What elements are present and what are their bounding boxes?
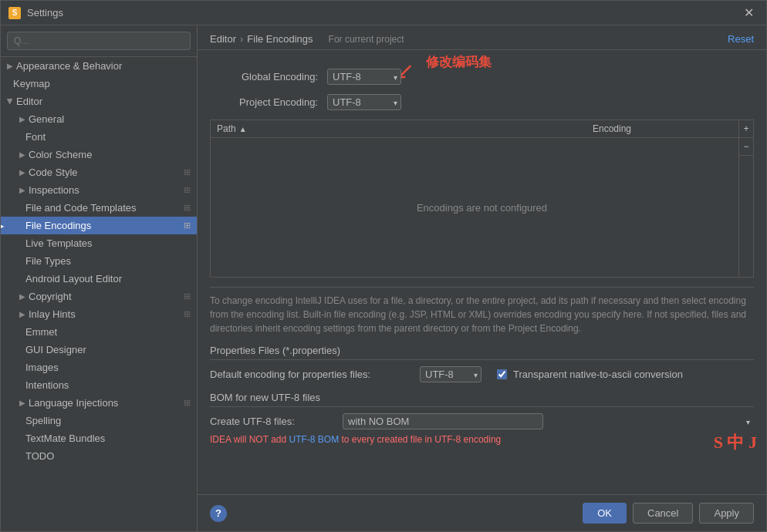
sidebar-item-images[interactable]: Images xyxy=(1,359,197,376)
breadcrumb: Editor › File Encodings For current proj… xyxy=(210,33,404,45)
arrow-editor-icon: ▶ xyxy=(6,99,15,105)
sidebar-item-editor[interactable]: ▶ Editor xyxy=(1,93,197,110)
arrow-color-icon: ▶ xyxy=(19,150,25,159)
sidebar-item-color-scheme[interactable]: ▶ Color Scheme xyxy=(1,146,197,163)
global-encoding-dropdown-wrapper: UTF-8 UTF-16 ISO-8859-1 GBK xyxy=(327,69,401,85)
bom-create-select[interactable]: with NO BOM with BOM with BOM (only for … xyxy=(343,413,543,429)
bom-title: BOM for new UTF-8 files xyxy=(210,392,754,407)
sidebar-item-file-types[interactable]: File Types xyxy=(1,252,197,270)
sidebar-item-copyright[interactable]: ▶ Copyright ⊞ xyxy=(1,288,197,305)
arrow-inspections-icon: ▶ xyxy=(19,186,25,194)
sidebar-item-android[interactable]: Android Layout Editor xyxy=(1,270,197,288)
arrow-code-icon: ▶ xyxy=(19,168,25,177)
info-text: To change encoding IntelliJ IDEA uses fo… xyxy=(210,287,754,335)
bottom-bar: ? OK Cancel Apply xyxy=(198,494,766,531)
settings-window: S Settings ✕ ▶ Appearance & Behavior Key… xyxy=(0,0,767,532)
project-encoding-dropdown-wrapper: UTF-8 UTF-16 ISO-8859-1 GBK xyxy=(327,94,401,110)
transparent-conversion-row: Transparent native-to-ascii conversion xyxy=(497,369,683,380)
remove-row-button[interactable]: − xyxy=(739,138,753,156)
apply-button[interactable]: Apply xyxy=(699,503,754,524)
cancel-button[interactable]: Cancel xyxy=(633,503,693,524)
table-inner: Path ▲ Encoding Encodings are not config… xyxy=(211,120,753,277)
project-encoding-select[interactable]: UTF-8 UTF-16 ISO-8859-1 GBK xyxy=(327,94,401,110)
project-encoding-row: Project Encoding: UTF-8 UTF-16 ISO-8859-… xyxy=(210,94,754,110)
help-button[interactable]: ? xyxy=(210,505,227,522)
global-encoding-row: Global Encoding: UTF-8 UTF-16 ISO-8859-1… xyxy=(210,69,754,85)
transparent-conversion-label: Transparent native-to-ascii conversion xyxy=(513,369,683,380)
arrow-copyright-icon: ▶ xyxy=(19,292,25,301)
sidebar-item-code-style[interactable]: ▶ Code Style ⊞ xyxy=(1,163,197,181)
arrow-general-icon: ▶ xyxy=(19,115,25,123)
sidebar-item-live-templates[interactable]: Live Templates xyxy=(1,234,197,252)
settings-icon3: ⊞ xyxy=(184,203,191,213)
properties-section: Properties Files (*.properties) Default … xyxy=(210,345,754,382)
encoding-table: Path ▲ Encoding Encodings are not config… xyxy=(210,120,754,278)
main-header: Editor › File Encodings For current proj… xyxy=(198,25,766,50)
arrow-inlay-icon: ▶ xyxy=(19,310,25,318)
transparent-conversion-checkbox[interactable] xyxy=(497,369,507,379)
close-button[interactable]: ✕ xyxy=(739,4,759,22)
sidebar-item-file-encodings[interactable]: ▶ File Encodings ⊞ xyxy=(1,217,197,234)
settings-icon7: ⊞ xyxy=(184,398,191,408)
bom-create-label: Create UTF-8 files: xyxy=(210,416,333,427)
sidebar: ▶ Appearance & Behavior Keymap ▶ Editor … xyxy=(1,25,198,531)
sidebar-item-intentions[interactable]: Intentions xyxy=(1,376,197,394)
sidebar-item-file-code-templates[interactable]: File and Code Templates ⊞ xyxy=(1,199,197,217)
properties-encoding-row: Default encoding for properties files: U… xyxy=(210,366,754,382)
sidebar-item-textmate[interactable]: TextMate Bundles xyxy=(1,429,197,447)
settings-icon: ⊞ xyxy=(184,167,191,177)
properties-encoding-label: Default encoding for properties files: xyxy=(210,369,411,380)
bom-note: IDEA will NOT add UTF-8 BOM to every cre… xyxy=(210,434,754,445)
breadcrumb-current: File Encodings xyxy=(247,33,313,45)
sidebar-item-inspections[interactable]: ▶ Inspections ⊞ xyxy=(1,181,197,199)
sort-icon: ▲ xyxy=(239,125,247,133)
project-encoding-label: Project Encoding: xyxy=(210,96,318,108)
bom-create-row: Create UTF-8 files: with NO BOM with BOM… xyxy=(210,413,754,429)
breadcrumb-separator: › xyxy=(240,33,243,45)
main-body: 修改编码集 ↙ Global Encoding: UTF-8 UTF-16 IS… xyxy=(198,50,766,494)
properties-encoding-select[interactable]: UTF-8 UTF-16 xyxy=(420,366,481,382)
ok-button[interactable]: OK xyxy=(583,503,627,524)
arrow-lang-icon: ▶ xyxy=(19,399,25,407)
search-box xyxy=(1,25,197,57)
col-encoding: Encoding xyxy=(593,123,747,134)
sidebar-item-gui[interactable]: GUI Designer xyxy=(1,341,197,359)
sidebar-item-general[interactable]: ▶ General xyxy=(1,110,197,128)
settings-icon4: ⊞ xyxy=(184,221,191,231)
sidebar-item-font[interactable]: Font xyxy=(1,128,197,146)
properties-encoding-dropdown-wrapper: UTF-8 UTF-16 xyxy=(420,366,481,382)
breadcrumb-parent: Editor xyxy=(210,33,236,45)
window-title: Settings xyxy=(27,7,739,19)
sidebar-item-keymap[interactable]: Keymap xyxy=(1,75,197,93)
sidebar-item-spelling[interactable]: Spelling xyxy=(1,412,197,429)
table-header: Path ▲ Encoding xyxy=(211,120,753,138)
app-icon: S xyxy=(8,7,21,19)
reset-button[interactable]: Reset xyxy=(728,33,754,45)
sidebar-item-language-injections[interactable]: ▶ Language Injections ⊞ xyxy=(1,394,197,412)
sidebar-item-appearance[interactable]: ▶ Appearance & Behavior xyxy=(1,57,197,75)
global-encoding-select[interactable]: UTF-8 UTF-16 ISO-8859-1 GBK xyxy=(327,69,401,85)
sidebar-item-inlay-hints[interactable]: ▶ Inlay Hints ⊞ xyxy=(1,305,197,323)
arrow-icon: ▶ xyxy=(7,62,13,70)
main-panel: Editor › File Encodings For current proj… xyxy=(198,25,766,531)
watermark: S 中 J xyxy=(714,431,757,454)
bom-section: BOM for new UTF-8 files Create UTF-8 fil… xyxy=(210,392,754,445)
bom-create-dropdown-wrapper: with NO BOM with BOM with BOM (only for … xyxy=(343,413,754,429)
sidebar-item-emmet[interactable]: Emmet xyxy=(1,323,197,341)
content-area: ▶ Appearance & Behavior Keymap ▶ Editor … xyxy=(1,25,766,531)
add-row-button[interactable]: + xyxy=(739,120,753,138)
table-body: Encodings are not configured xyxy=(211,138,753,277)
settings-icon2: ⊞ xyxy=(184,185,191,195)
selected-indicator: ▶ xyxy=(1,218,4,233)
search-input[interactable] xyxy=(7,32,191,50)
sidebar-item-todo[interactable]: TODO xyxy=(1,447,197,465)
main-body-wrapper: 修改编码集 ↙ Global Encoding: UTF-8 UTF-16 IS… xyxy=(198,50,766,494)
titlebar: S Settings ✕ xyxy=(1,1,766,25)
properties-title: Properties Files (*.properties) xyxy=(210,345,754,360)
for-project-text: For current project xyxy=(329,34,404,45)
empty-message: Encodings are not configured xyxy=(417,202,547,214)
annotation-chinese: 修改编码集 xyxy=(426,53,492,71)
table-side-buttons: + − xyxy=(738,120,753,277)
col-path: Path ▲ xyxy=(217,123,593,134)
global-encoding-label: Global Encoding: xyxy=(210,71,318,82)
